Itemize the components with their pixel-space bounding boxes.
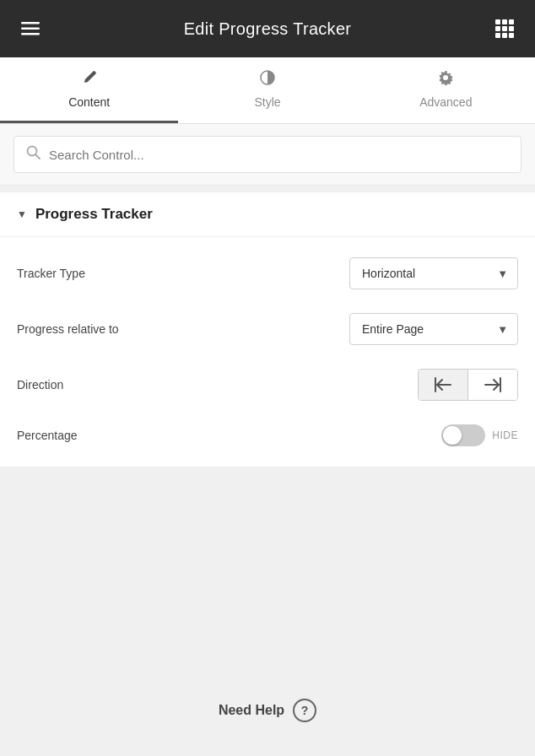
direction-row: Direction: [0, 357, 535, 413]
tracker-type-row: Tracker Type Horizontal Vertical Circula…: [0, 246, 535, 301]
svg-rect-8: [509, 26, 514, 31]
percentage-row: Percentage HIDE: [0, 413, 535, 458]
svg-rect-11: [509, 33, 514, 38]
progress-relative-select-wrap: Entire Page Section Custom ▼: [349, 313, 518, 345]
svg-rect-2: [21, 33, 40, 35]
direction-button-group: [418, 369, 518, 401]
svg-rect-7: [502, 26, 507, 31]
toggle-knob: [443, 426, 462, 445]
section-header[interactable]: ▼ Progress Tracker: [0, 192, 535, 237]
pencil-icon: [81, 69, 98, 90]
grid-icon[interactable]: [491, 15, 518, 42]
svg-rect-1: [21, 28, 40, 30]
main-content: ▼ Progress Tracker Tracker Type Horizont…: [0, 124, 535, 756]
help-question-mark: ?: [301, 704, 309, 717]
tabs-bar: Content Style Advanced: [0, 57, 535, 124]
search-icon: [26, 145, 41, 164]
percentage-toggle-label: HIDE: [492, 429, 518, 441]
tab-advanced-label: Advanced: [419, 95, 472, 109]
svg-rect-5: [509, 19, 514, 24]
tracker-type-label: Tracker Type: [17, 267, 85, 280]
direction-left-button[interactable]: [419, 370, 468, 400]
direction-label: Direction: [17, 378, 63, 392]
progress-relative-label: Progress relative to: [17, 322, 119, 336]
svg-line-14: [35, 154, 40, 159]
style-icon: [259, 69, 276, 90]
svg-rect-6: [495, 26, 500, 31]
search-bar: [0, 124, 535, 186]
search-input[interactable]: [49, 148, 509, 162]
percentage-toggle-wrap: HIDE: [441, 424, 518, 446]
progress-relative-row: Progress relative to Entire Page Section…: [0, 301, 535, 357]
collapse-arrow-icon: ▼: [17, 208, 27, 220]
footer-area: Need Help ?: [0, 467, 535, 756]
direction-right-button[interactable]: [468, 370, 517, 400]
tab-advanced[interactable]: Advanced: [357, 57, 535, 123]
hamburger-icon[interactable]: [17, 15, 44, 42]
tab-content[interactable]: Content: [0, 57, 178, 123]
need-help-label: Need Help: [219, 703, 284, 718]
svg-rect-3: [495, 19, 500, 24]
help-circle-icon[interactable]: ?: [293, 699, 316, 722]
header: Edit Progress Tracker: [0, 0, 535, 57]
search-input-wrap[interactable]: [14, 136, 521, 173]
svg-rect-10: [502, 33, 507, 38]
percentage-label: Percentage: [17, 429, 78, 442]
svg-rect-9: [495, 33, 500, 38]
progress-relative-select[interactable]: Entire Page Section Custom: [349, 313, 518, 345]
header-title: Edit Progress Tracker: [184, 19, 352, 39]
tab-content-label: Content: [68, 95, 110, 109]
controls-area: Tracker Type Horizontal Vertical Circula…: [0, 237, 535, 467]
svg-rect-0: [21, 22, 40, 24]
tracker-type-select[interactable]: Horizontal Vertical Circular: [349, 257, 518, 289]
progress-tracker-section: ▼ Progress Tracker Tracker Type Horizont…: [0, 192, 535, 467]
svg-rect-4: [502, 19, 507, 24]
tracker-type-select-wrap: Horizontal Vertical Circular ▼: [349, 257, 518, 289]
tab-style[interactable]: Style: [178, 57, 356, 123]
section-title: Progress Tracker: [35, 206, 153, 223]
percentage-toggle[interactable]: [441, 424, 485, 446]
tab-style-label: Style: [254, 95, 280, 109]
need-help-section[interactable]: Need Help ?: [219, 699, 316, 722]
gear-icon: [437, 69, 454, 90]
